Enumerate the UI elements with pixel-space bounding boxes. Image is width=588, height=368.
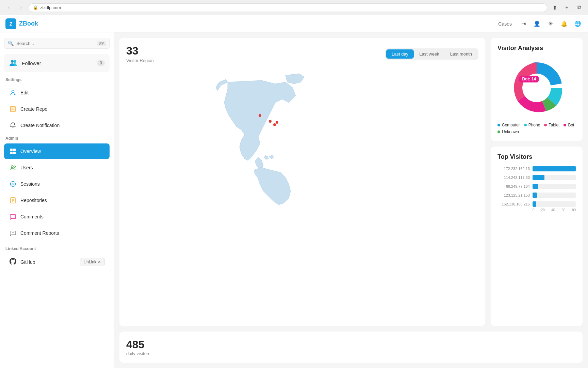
sidebar-item-comment-reports-label: Comment Reports xyxy=(20,230,59,236)
app-logo[interactable]: Z ZBook xyxy=(5,18,38,29)
edit-icon xyxy=(9,89,17,97)
sidebar-item-overview[interactable]: OverView xyxy=(4,143,110,159)
bar-ip-4: 152.136.168.215 xyxy=(497,202,530,206)
bar-row: 172.232.162.13 xyxy=(497,166,576,171)
bar-fill-1 xyxy=(533,175,544,180)
url-text: zizdlp.com xyxy=(40,5,61,10)
notification-icon[interactable]: 🔔 xyxy=(559,19,569,29)
svg-point-7 xyxy=(13,127,14,128)
bar-ip-0: 172.232.162.13 xyxy=(497,167,530,171)
admin-section-title: Admin xyxy=(4,136,110,141)
svg-point-24 xyxy=(276,121,278,124)
svg-rect-9 xyxy=(13,149,16,151)
tooltip-value: 14 xyxy=(532,77,536,81)
logout-icon[interactable]: ⇥ xyxy=(519,19,528,29)
address-bar[interactable]: 🔒 zizdlp.com xyxy=(29,3,547,12)
share-button[interactable]: ⬆ xyxy=(550,3,559,12)
unlink-button[interactable]: UnLink ✕ xyxy=(80,258,105,266)
legend-bot: Bot xyxy=(564,123,574,127)
sidebar-item-repositories[interactable]: Repositories xyxy=(4,193,110,208)
legend: Computer Phone Tablet Bot xyxy=(497,123,576,134)
visitor-label: Visitor Region xyxy=(126,58,154,63)
sidebar-item-create-notification[interactable]: Create Notification xyxy=(4,118,110,133)
tooltip-label: Bot: xyxy=(522,77,530,81)
main-layout: 🔍 ⌘K Follower 0 Settings xyxy=(0,32,588,368)
donut-tooltip: Bot: 14 xyxy=(519,76,539,82)
legend-tablet: Tablet xyxy=(544,123,559,127)
github-item: GitHub UnLink ✕ xyxy=(4,254,110,270)
sidebar-item-comment-reports[interactable]: Comment Reports xyxy=(4,225,110,241)
map-stat: 33 Visitor Region xyxy=(126,45,154,63)
svg-point-22 xyxy=(259,114,261,117)
axis-0: 0 xyxy=(533,208,535,212)
sidebar-item-overview-label: OverView xyxy=(20,149,41,154)
search-icon: 🔍 xyxy=(8,41,14,46)
back-button[interactable]: ‹ xyxy=(4,3,14,12)
create-repo-icon xyxy=(9,105,17,113)
svg-point-21 xyxy=(269,120,272,123)
tablet-label: Tablet xyxy=(549,123,559,127)
last-month-button[interactable]: Last month xyxy=(445,49,477,59)
github-left: GitHub xyxy=(9,257,35,266)
follower-label: Follower xyxy=(22,60,41,66)
svg-point-2 xyxy=(12,90,14,93)
svg-rect-10 xyxy=(10,152,13,154)
linked-account-title: Linked Account xyxy=(4,246,110,251)
last-week-button[interactable]: Last week xyxy=(414,49,445,59)
svg-rect-11 xyxy=(13,152,16,154)
users-icon xyxy=(9,164,17,172)
sidebar-item-create-repo-label: Create Repo xyxy=(20,106,47,112)
follower-badge: 0 xyxy=(97,60,105,66)
top-visitors-title: Top Visitors xyxy=(497,153,576,160)
sidebar-item-users[interactable]: Users xyxy=(4,160,110,175)
bottom-panel: 485 daily visitors xyxy=(119,332,583,363)
search-box[interactable]: 🔍 ⌘K xyxy=(4,38,110,49)
sidebar-item-comments[interactable]: Comments xyxy=(4,209,110,225)
sidebar-item-sessions[interactable]: Sessions xyxy=(4,176,110,192)
svg-point-0 xyxy=(11,60,14,63)
top-visitors-panel: Top Visitors 172.232.162.13 114.243.117.… xyxy=(491,147,583,326)
svg-point-1 xyxy=(14,60,16,63)
tablet-dot xyxy=(544,124,547,126)
axis-20: 20 xyxy=(541,208,545,212)
legend-computer: Computer xyxy=(497,123,520,127)
header-right: Cases ⇥ 👤 ☀ 🔔 🌐 xyxy=(495,19,583,29)
repositories-icon xyxy=(9,196,17,204)
axis-40: 40 xyxy=(551,208,555,212)
tabs-button[interactable]: ⧉ xyxy=(574,3,584,12)
language-icon[interactable]: 🌐 xyxy=(573,19,583,29)
comment-reports-icon xyxy=(9,229,17,237)
unknown-dot xyxy=(497,131,500,133)
settings-section: Settings Edit xyxy=(4,77,110,133)
bar-track-2 xyxy=(533,184,576,189)
cases-button[interactable]: Cases xyxy=(495,20,514,28)
computer-label: Computer xyxy=(502,123,520,127)
bar-ip-1: 114.243.117.30 xyxy=(497,175,530,180)
axis-80: 80 xyxy=(572,208,576,212)
lock-icon: 🔒 xyxy=(33,5,38,10)
sidebar-item-create-notification-label: Create Notification xyxy=(20,123,60,128)
legend-phone: Phone xyxy=(524,123,540,127)
bar-ip-2: 66.249.77.164 xyxy=(497,184,530,188)
content-area: 33 Visitor Region Last day Last week Las… xyxy=(114,32,588,368)
map-panel: 33 Visitor Region Last day Last week Las… xyxy=(119,38,485,326)
bar-row: 66.249.77.164 xyxy=(497,184,576,189)
sessions-icon xyxy=(9,180,17,188)
theme-icon[interactable]: ☀ xyxy=(546,19,555,29)
svg-point-13 xyxy=(14,166,16,168)
last-day-button[interactable]: Last day xyxy=(386,49,414,59)
computer-dot xyxy=(497,124,500,126)
bar-axis: 0 20 40 60 80 xyxy=(497,208,576,212)
sidebar-item-create-repo[interactable]: Create Repo xyxy=(4,101,110,117)
settings-section-title: Settings xyxy=(4,77,110,82)
search-input[interactable] xyxy=(16,41,94,46)
user-icon[interactable]: 👤 xyxy=(532,19,542,29)
github-icon xyxy=(9,257,17,266)
follower-item[interactable]: Follower 0 xyxy=(4,54,110,72)
new-tab-button[interactable]: + xyxy=(562,3,572,12)
bar-row: 114.243.117.30 xyxy=(497,175,576,180)
sidebar-item-edit[interactable]: Edit xyxy=(4,85,110,101)
sidebar-item-edit-label: Edit xyxy=(20,90,29,95)
forward-button[interactable]: › xyxy=(16,3,26,12)
logo-text: ZBook xyxy=(19,20,38,27)
